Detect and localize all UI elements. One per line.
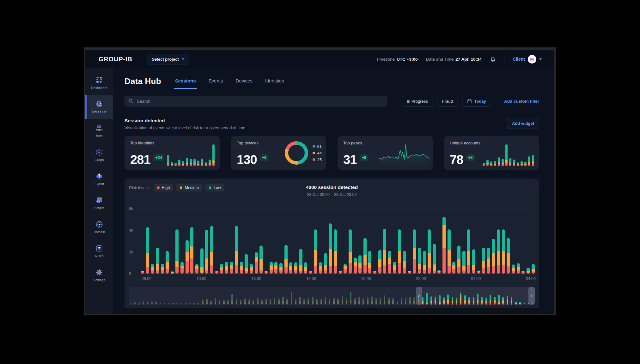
settings-icon — [95, 268, 103, 276]
scripts-icon — [95, 196, 103, 204]
client-menu[interactable]: Client M — [513, 55, 542, 64]
select-project-label: Select project — [152, 57, 179, 62]
card-unique-accounts: Unique accounts 78 +8 — [444, 136, 539, 170]
overview-bars — [129, 287, 535, 305]
timezone-value: UTC +3:00 — [397, 57, 418, 62]
filter-chip-in-progress[interactable]: In Progress — [402, 96, 433, 106]
datetime-value: 27 Apr, 10:34 — [455, 57, 482, 62]
unique-accounts-mini-chart — [483, 143, 534, 166]
top-peaks-delta: +9 — [360, 154, 369, 161]
header-divider — [504, 55, 504, 63]
x-axis: 06:0010:0013:0016:0019:0022:0001:0004:00 — [141, 274, 535, 282]
rules-icon — [95, 244, 103, 252]
sidebar-item-data-hub[interactable]: Data Hub — [85, 95, 113, 119]
timezone: TimezoneUTC +3:00 — [376, 57, 418, 62]
notifications-bell-icon[interactable] — [490, 56, 496, 62]
app-window: GROUP-IB Select project TimezoneUTC +3:0… — [84, 47, 556, 315]
chart-period: 28 Oct 00:00 – 28 Oct 23:59 — [306, 192, 358, 197]
tab-identities[interactable]: Identities — [265, 78, 284, 85]
donut-legend: 61 44 25 — [313, 144, 322, 162]
section-subtitle: Visualization of events with a level of … — [125, 125, 247, 130]
groupib-logo: GROUP-IB — [99, 56, 132, 63]
calendar-icon — [467, 99, 472, 104]
datetime: Date and Time27 Apr, 10:34 — [426, 57, 482, 62]
top-devices-value: 130 — [237, 153, 257, 166]
y-axis: 8k 4k 2k 0 — [129, 204, 141, 274]
sidebar-item-scripts[interactable]: Scripts — [85, 191, 113, 215]
sidebar-item-settings[interactable]: Settings — [85, 263, 113, 287]
client-label: Client — [513, 57, 525, 62]
top-peaks-sparkline — [379, 141, 430, 167]
top-identities-value: 281 — [130, 153, 150, 166]
top-devices-donut-chart — [285, 141, 308, 165]
export-icon — [95, 172, 103, 180]
top-identities-delta: +24 — [153, 154, 164, 161]
panel-bottom-strip — [125, 308, 539, 314]
search-icon — [128, 99, 133, 105]
brush-handle-right[interactable]: › — [528, 287, 535, 305]
chevron-down-icon — [182, 58, 184, 60]
sessions-chart-panel: Risk levels: High Medium Low 4000 sessio… — [125, 179, 539, 314]
tab-sessions[interactable]: Sessions — [175, 78, 196, 85]
risk-chip-low[interactable]: Low — [205, 184, 224, 191]
card-top-peaks: Top peaks 31 +9 — [338, 136, 433, 170]
chart-title: 4000 session detected — [306, 185, 358, 190]
sessions-chart-plot — [141, 204, 535, 274]
card-top-identities: Top identities 281 +24 — [125, 136, 220, 170]
top-peaks-value: 31 — [343, 153, 357, 166]
card-top-devices: Top devices 130 +6 61 44 25 — [231, 136, 326, 170]
main-content: Data Hub Sessions Events Devices Identit… — [113, 68, 554, 314]
search-input[interactable] — [125, 96, 387, 106]
tab-devices[interactable]: Devices — [235, 78, 252, 85]
domain-icon — [95, 220, 103, 228]
section-title: Session detected — [125, 118, 247, 124]
filter-chip-fraud[interactable]: Fraud — [437, 96, 458, 106]
graph-icon — [95, 148, 103, 156]
sidebar-item-rules[interactable]: Rules — [85, 239, 113, 263]
page-title: Data Hub — [125, 76, 161, 86]
top-devices-delta: +6 — [260, 154, 269, 161]
risk-chip-medium[interactable]: Medium — [176, 184, 202, 191]
filter-chip-today[interactable]: Today — [462, 96, 491, 106]
top-header: GROUP-IB Select project TimezoneUTC +3:0… — [85, 50, 554, 68]
sidebar: Dashboard Data Hub Bo — [85, 68, 113, 314]
sidebar-item-graph[interactable]: Graph — [85, 143, 113, 167]
brush-handle-left[interactable]: ‹ — [416, 287, 422, 305]
select-project-button[interactable]: Select project — [147, 54, 189, 64]
chevron-down-icon — [539, 58, 542, 60]
sidebar-item-domain[interactable]: Domain — [85, 215, 113, 239]
sessions-chart-bars[interactable] — [141, 204, 535, 274]
risk-chip-high[interactable]: High — [154, 184, 174, 191]
tab-events[interactable]: Events — [209, 78, 223, 85]
top-identities-mini-chart — [167, 143, 215, 166]
sidebar-item-dashboard[interactable]: Dashboard — [85, 71, 113, 95]
add-widget-button[interactable]: Add widget — [507, 118, 539, 129]
unique-accounts-delta: +8 — [466, 154, 475, 161]
bots-icon — [95, 124, 103, 132]
add-custom-filter-link[interactable]: Add custom filter — [504, 99, 539, 104]
sidebar-item-bots[interactable]: Bots — [85, 119, 113, 143]
risk-levels-label: Risk levels: — [129, 185, 150, 190]
data-hub-icon — [95, 100, 103, 108]
sidebar-item-export[interactable]: Export — [85, 167, 113, 191]
dashboard-icon — [95, 76, 103, 84]
tabs: Sessions Events Devices Identities — [175, 78, 284, 85]
avatar: M — [528, 55, 536, 64]
unique-accounts-value: 78 — [450, 153, 463, 166]
timeline-overview[interactable]: ‹ › — [129, 287, 535, 305]
